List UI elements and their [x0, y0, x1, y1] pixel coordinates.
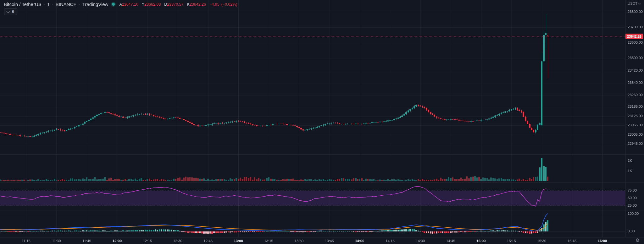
volume-axis-label: 2K — [628, 159, 632, 162]
time-axis-label: 14:30 — [416, 239, 425, 243]
time-axis-label: 12:00 — [113, 239, 122, 243]
price-axis-label: 23600.00 — [628, 41, 643, 44]
ohlc-values: A23647.10 Y23662.03 D23370.57 K23642.26 … — [119, 2, 239, 7]
change-percent: (−0.02%) — [221, 2, 237, 7]
oscillator-axis-label: 100.00 — [628, 212, 639, 215]
time-axis-label: 11:15 — [22, 239, 31, 243]
price-scale-currency-dropdown[interactable]: USDT — [628, 2, 641, 5]
legend-separator: · — [52, 2, 53, 7]
time-axis-label: 14:15 — [386, 239, 395, 243]
indicators-collapse-button[interactable]: 6 — [4, 8, 17, 15]
price-axis-label: 23420.00 — [628, 68, 643, 72]
close-label: K — [187, 2, 190, 7]
time-axis-label: 15:30 — [537, 239, 546, 243]
time-axis-label: 14:45 — [446, 239, 455, 243]
currency-label: USDT — [628, 2, 637, 5]
time-axis-label: 14:00 — [355, 239, 364, 243]
time-axis-label: 15:00 — [476, 239, 486, 243]
high-value: 23662.03 — [144, 2, 161, 7]
time-axis-label: 12:15 — [143, 239, 152, 243]
price-axis-label: 23125.00 — [628, 114, 643, 118]
change-value: −4.95 — [209, 2, 219, 7]
open-value: 23647.10 — [122, 2, 138, 7]
last-price-tag: 23642.26 — [625, 34, 643, 39]
high-label: Y — [142, 2, 144, 7]
time-axis-label: 12:45 — [203, 239, 213, 243]
price-axis-label: 23260.00 — [628, 93, 643, 97]
price-axis-label: 23800.00 — [628, 10, 643, 14]
chart-legend: Bitcoin / TetherUS · 1 · BINANCE · Tradi… — [4, 2, 239, 7]
time-axis-label: 13:45 — [325, 239, 334, 243]
time-axis-label: 15:15 — [507, 239, 516, 243]
close-value: 23642.26 — [190, 2, 206, 7]
interval-label[interactable]: 1 — [47, 2, 50, 7]
chart-canvas[interactable] — [0, 0, 644, 244]
chevron-down-icon — [6, 9, 10, 13]
oscillator-axis-label: 0.00 — [628, 229, 635, 233]
platform-label: TradingView — [82, 2, 108, 7]
legend-separator: · — [44, 2, 45, 7]
rsi-axis-label: 75.00 — [628, 188, 637, 192]
price-axis-label: 23340.00 — [628, 81, 643, 84]
low-value: 23370.57 — [167, 2, 183, 7]
gear-icon[interactable]: ⚙ — [636, 237, 640, 243]
time-axis-label: 15:45 — [568, 239, 577, 243]
price-axis-label: 23005.00 — [628, 133, 643, 136]
time-axis-label: 13:00 — [234, 239, 243, 243]
time-axis-label: 13:30 — [295, 239, 304, 243]
volume-axis-label: 1K — [628, 169, 632, 173]
indicator-count: 6 — [12, 9, 14, 14]
price-axis-label: 23065.00 — [628, 123, 643, 127]
tradingview-chart-window: Bitcoin / TetherUS · 1 · BINANCE · Tradi… — [0, 0, 644, 244]
time-axis-label: 11:45 — [82, 239, 91, 243]
chevron-down-icon — [638, 2, 641, 4]
time-axis-label: 13:15 — [264, 239, 273, 243]
market-status-icon[interactable] — [112, 3, 115, 6]
time-axis-label: 11:30 — [52, 239, 61, 243]
open-label: A — [119, 2, 122, 7]
legend-separator: · — [79, 2, 80, 7]
price-axis-label: 22945.00 — [628, 142, 643, 145]
price-axis-label: 23185.00 — [628, 105, 643, 108]
time-axis-label: 16:00 — [598, 239, 607, 243]
symbol-title[interactable]: Bitcoin / TetherUS — [4, 2, 42, 7]
exchange-label: BINANCE — [56, 2, 77, 7]
rsi-axis-label: 50.00 — [628, 196, 637, 200]
price-axis-label: 23500.00 — [628, 56, 643, 60]
rsi-axis-label: 25.00 — [628, 203, 637, 207]
price-axis-label: 23700.00 — [628, 25, 643, 29]
time-axis-label: 12:30 — [173, 239, 182, 243]
